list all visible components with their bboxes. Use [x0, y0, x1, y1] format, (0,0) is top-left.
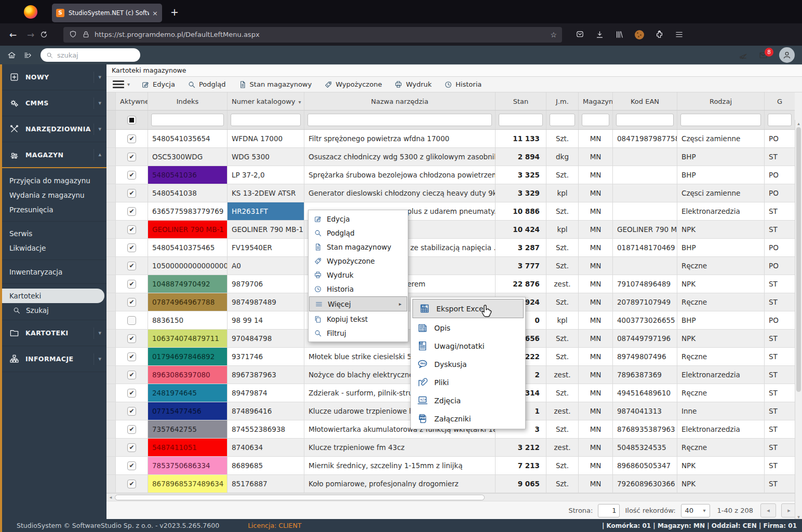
column-header-nazwa-narzędzia[interactable]: Nazwa narzędzia: [304, 92, 496, 110]
scroll-up-icon[interactable]: ▴: [795, 121, 802, 126]
row-checkbox-cell[interactable]: ✔: [116, 402, 148, 420]
sidebar-item-cmms[interactable]: CMMS ▾: [2, 90, 106, 116]
cell-stan[interactable]: 3 777: [496, 257, 546, 275]
cell-kod-ean[interactable]: 9874041313: [613, 402, 677, 420]
cell-stan[interactable]: 10 886: [496, 202, 546, 220]
submenu-item-eksport-excel[interactable]: XLSEksport Excel: [412, 299, 524, 318]
row-checkbox-cell[interactable]: ✔: [116, 457, 148, 474]
sidebar-item-kartoteki[interactable]: Kartoteki: [2, 289, 104, 303]
table-row[interactable]: ✔867896853748963485176887Koło pomiarowe,…: [106, 475, 795, 493]
row-checkbox-checked[interactable]: ✔: [127, 461, 136, 470]
row-checkbox-cell[interactable]: ✔: [116, 166, 148, 184]
column-header-aktywne[interactable]: Aktywne: [116, 92, 148, 110]
cell-indeks[interactable]: GEOLINER 790 MB-1: [148, 221, 228, 238]
global-search[interactable]: [41, 48, 140, 62]
sidebar-item-informacje[interactable]: INFORMACJE ▾: [2, 346, 106, 372]
cell-rodzaj[interactable]: Ręczne: [677, 257, 765, 275]
sidebar-item-likwidacje[interactable]: Likwidacje: [2, 241, 106, 255]
row-checkbox-cell[interactable]: [116, 311, 148, 329]
cell-g[interactable]: ST: [765, 402, 795, 420]
table-row[interactable]: ✔OSC5300WDGWDG 5300Osuszacz chłodniczy w…: [106, 148, 795, 166]
cell-rodzaj[interactable]: Częsci zamienne: [677, 130, 765, 147]
cell-kod-ean[interactable]: 896860505347: [613, 457, 677, 474]
row-checkbox-checked[interactable]: ✔: [127, 171, 136, 180]
cell-kod-ean[interactable]: 087449797196: [613, 330, 677, 347]
cell-rodzaj[interactable]: BHP: [677, 148, 765, 166]
cell-jm[interactable]: Szt.: [546, 257, 579, 275]
submenu-item-zdjęcia[interactable]: </>Zdjęcia: [411, 391, 525, 410]
mail-icon[interactable]: 8: [759, 51, 768, 60]
user-avatar[interactable]: [779, 47, 795, 63]
row-checkbox-checked[interactable]: ✔: [127, 153, 136, 161]
table-row[interactable]: ✔6365775983779769HR2631FTplus z udarem p…: [106, 202, 795, 221]
toolbar-menu-button[interactable]: ▾: [106, 79, 135, 90]
cell-magazyn[interactable]: MN: [579, 130, 613, 147]
cell-magazyn[interactable]: MN: [579, 202, 613, 220]
page-input[interactable]: [598, 504, 620, 517]
submenu-item-załączniki[interactable]: PDFZałączniki: [411, 410, 525, 428]
sidebar-item-przyjęcia-do-magazynu[interactable]: Przyjęcia do magazynu: [2, 173, 106, 188]
cell-numer-katalogowy[interactable]: 970484798: [228, 330, 304, 347]
cell-g[interactable]: PO: [765, 130, 795, 147]
row-checkbox-cell[interactable]: ✔: [116, 293, 148, 311]
submenu-item-dyskusja[interactable]: FAQDyskusja: [411, 355, 525, 373]
back-button[interactable]: ←: [4, 30, 22, 40]
cell-kod-ean[interactable]: 4003773026655: [613, 311, 677, 329]
column-header-j.m.[interactable]: J.m.: [546, 92, 579, 110]
table-row[interactable]: ✔54874110518740634Klucze trzpieniowe fm …: [106, 439, 795, 457]
toolbar-button-historia[interactable]: Historia: [438, 80, 488, 89]
cell-g[interactable]: ST: [765, 275, 795, 293]
sidebar-item-szukaj[interactable]: Szukaj: [2, 303, 106, 318]
menu-list-icon[interactable]: [23, 51, 32, 60]
cell-indeks[interactable]: 07874964967788: [148, 293, 228, 311]
cell-indeks[interactable]: 8836150: [148, 311, 228, 329]
cell-stan[interactable]: 10 424: [496, 221, 546, 238]
tracking-shield-icon[interactable]: [69, 30, 77, 39]
sidebar-item-wydania-z-magazynu[interactable]: Wydania z magazynu: [2, 188, 106, 202]
cell-rodzaj[interactable]: BHP: [677, 311, 765, 329]
row-checkbox-checked[interactable]: ✔: [127, 425, 136, 434]
row-checkbox-cell[interactable]: ✔: [116, 366, 148, 384]
cell-indeks[interactable]: 8678968537489634: [148, 475, 228, 493]
cell-magazyn[interactable]: MN: [579, 475, 613, 493]
cell-rodzaj[interactable]: Elektronarzedzia: [677, 202, 765, 220]
cell-indeks[interactable]: 07715477456: [148, 402, 228, 420]
cell-indeks[interactable]: 5480541038: [148, 184, 228, 202]
cell-indeks[interactable]: 1048874970492: [148, 275, 228, 293]
row-checkbox-checked[interactable]: ✔: [127, 262, 136, 270]
sidebar-item-nowy[interactable]: NOWY ▾: [2, 64, 106, 90]
context-menu-item-stan-magazynowy[interactable]: Stan magazynowy: [309, 240, 408, 254]
cell-jm[interactable]: Szt.: [546, 330, 579, 347]
cell-numer-katalogowy[interactable]: 874552386938: [228, 420, 304, 438]
cell-indeks[interactable]: 7853750686334: [148, 457, 228, 474]
cell-magazyn[interactable]: MN: [579, 439, 613, 456]
forward-button[interactable]: →: [22, 30, 39, 40]
cell-magazyn[interactable]: MN: [579, 348, 613, 365]
cell-nazwa-narzedzia[interactable]: Klucze trzpieniowe fm 43cz: [304, 439, 496, 456]
cell-jm[interactable]: Szt.: [546, 475, 579, 493]
send-plane-icon[interactable]: [739, 51, 747, 60]
cell-jm[interactable]: zest.: [546, 402, 579, 420]
cell-indeks[interactable]: OSC5300WDG: [148, 148, 228, 166]
cell-jm[interactable]: Szt.: [546, 457, 579, 474]
cell-indeks[interactable]: 5487411051: [148, 439, 228, 456]
cell-jm[interactable]: kpl: [546, 311, 579, 329]
submenu-item-pliki[interactable]: Pliki: [411, 373, 525, 391]
new-tab-button[interactable]: +: [170, 6, 179, 18]
cell-magazyn[interactable]: MN: [579, 366, 613, 384]
cell-g[interactable]: ST: [765, 202, 795, 220]
cell-stan[interactable]: 3 287: [496, 239, 546, 256]
cell-rodzaj[interactable]: Ręczne: [677, 439, 765, 456]
cell-numer-katalogowy[interactable]: 8689685: [228, 457, 304, 474]
library-icon[interactable]: [615, 30, 624, 39]
cell-stan[interactable]: 2 894: [496, 148, 546, 166]
table-row[interactable]: ✔78537506863348689685Miernik średnicy, s…: [106, 457, 795, 475]
cell-rodzaj[interactable]: NPK: [677, 275, 765, 293]
row-checkbox-cell[interactable]: ✔: [116, 239, 148, 256]
cell-numer-katalogowy[interactable]: 9874987489: [228, 293, 304, 311]
cell-kod-ean[interactable]: [613, 184, 677, 202]
cell-g[interactable]: ST: [765, 221, 795, 238]
context-menu-item-wypożyczone[interactable]: Wypożyczone: [309, 254, 408, 268]
cell-kod-ean[interactable]: [613, 166, 677, 184]
url-text[interactable]: https://st.programdemo.pl/DefaultLeftMen…: [95, 31, 550, 38]
